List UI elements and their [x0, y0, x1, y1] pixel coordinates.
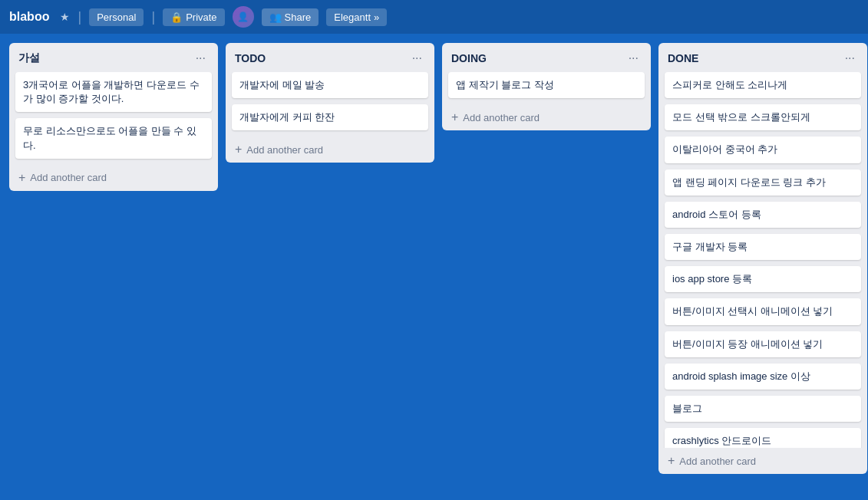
- column-header-gaseol: 가설···: [9, 43, 218, 72]
- card[interactable]: 이탈리아어 중국어 추가: [665, 137, 861, 163]
- personal-button[interactable]: Personal: [89, 8, 144, 26]
- column-title-doing: DOING: [451, 52, 487, 64]
- column-title-gaseol: 가설: [18, 51, 40, 65]
- card[interactable]: 모드 선택 밖으로 스크롤안되게: [665, 104, 861, 130]
- share-button[interactable]: 👥 Share: [262, 8, 319, 26]
- avatar-icon: 👤: [237, 12, 249, 22]
- add-card-button-doing[interactable]: +Add another card: [442, 104, 651, 130]
- avatar[interactable]: 👤: [233, 6, 254, 28]
- add-card-label: Add another card: [30, 172, 107, 183]
- divider-1: |: [78, 9, 81, 25]
- plus-icon: +: [18, 171, 25, 185]
- card[interactable]: 무로 리소스만으로도 어플을 만들 수 있다.: [15, 118, 212, 158]
- plus-icon: +: [668, 454, 675, 468]
- card[interactable]: 버튼/이미지 등장 애니메이션 넣기: [665, 331, 861, 357]
- card[interactable]: 버튼/이미지 선택시 애니메이션 넣기: [665, 298, 861, 324]
- cards-container-doing: 앱 제작기 블로그 작성: [442, 72, 651, 104]
- private-label: Private: [186, 12, 216, 23]
- column-menu-button-todo[interactable]: ···: [409, 51, 425, 66]
- card[interactable]: crashlytics 안드로이드: [665, 428, 861, 448]
- star-icon[interactable]: ★: [60, 11, 70, 23]
- cards-container-gaseol: 3개국어로 어플을 개발하면 다운로드 수가 많이 증가할 것이다.무로 리소스…: [9, 72, 218, 165]
- add-card-label: Add another card: [463, 112, 540, 123]
- app-logo: blaboo: [9, 10, 49, 24]
- column-header-done: DONE···: [658, 43, 867, 72]
- column-menu-button-done[interactable]: ···: [842, 51, 858, 66]
- plus-icon: +: [451, 110, 458, 124]
- card[interactable]: 앱 랜딩 페이지 다운로드 링크 추가: [665, 169, 861, 196]
- share-icon: 👥: [269, 12, 282, 23]
- card[interactable]: android 스토어 등록: [665, 202, 861, 228]
- card[interactable]: 개발자에 메일 발송: [232, 72, 428, 98]
- column-header-todo: TODO···: [226, 43, 434, 72]
- card[interactable]: 구글 개발자 등록: [665, 234, 861, 260]
- column-header-doing: DOING···: [442, 43, 651, 72]
- card[interactable]: 3개국어로 어플을 개발하면 다운로드 수가 많이 증가할 것이다.: [15, 72, 212, 112]
- add-card-button-gaseol[interactable]: +Add another card: [9, 165, 218, 191]
- column-title-todo: TODO: [235, 52, 266, 64]
- column-done: DONE···스피커로 안해도 소리나게모드 선택 밖으로 스크롤안되게이탈리아…: [658, 43, 867, 474]
- card[interactable]: 개발자에게 커피 한잔: [232, 104, 428, 130]
- column-title-done: DONE: [668, 52, 698, 64]
- board-name: Elegantt: [334, 12, 371, 23]
- card[interactable]: 블로그: [665, 396, 861, 422]
- private-button[interactable]: 🔒 Private: [163, 8, 224, 26]
- board: 가설···3개국어로 어플을 개발하면 다운로드 수가 많이 증가할 것이다.무…: [0, 34, 868, 500]
- app-header: blaboo ★ | Personal | 🔒 Private 👤 👥 Shar…: [0, 0, 868, 34]
- cards-container-done: 스피커로 안해도 소리나게모드 선택 밖으로 스크롤안되게이탈리아어 중국어 추…: [658, 72, 867, 448]
- divider-2: |: [151, 9, 155, 25]
- card[interactable]: 스피커로 안해도 소리나게: [665, 72, 861, 98]
- column-doing: DOING···앱 제작기 블로그 작성+Add another card: [442, 43, 651, 130]
- board-name-button[interactable]: Elegantt »: [326, 8, 387, 26]
- card[interactable]: ios app store 등록: [665, 266, 861, 292]
- card[interactable]: android splash image size 이상: [665, 363, 861, 390]
- lock-icon: 🔒: [170, 12, 183, 23]
- share-label: Share: [285, 12, 312, 23]
- add-card-button-todo[interactable]: +Add another card: [226, 137, 434, 163]
- add-card-label: Add another card: [679, 456, 756, 467]
- column-gaseol: 가설···3개국어로 어플을 개발하면 다운로드 수가 많이 증가할 것이다.무…: [9, 43, 218, 191]
- card[interactable]: 앱 제작기 블로그 작성: [448, 72, 645, 98]
- column-todo: TODO···개발자에 메일 발송개발자에게 커피 한잔+Add another…: [226, 43, 434, 163]
- column-menu-button-doing[interactable]: ···: [625, 51, 642, 66]
- add-card-label: Add another card: [246, 144, 323, 156]
- column-menu-button-gaseol[interactable]: ···: [193, 51, 209, 66]
- cards-container-todo: 개발자에 메일 발송개발자에게 커피 한잔: [226, 72, 434, 137]
- add-card-button-done[interactable]: +Add another card: [658, 448, 867, 474]
- plus-icon: +: [235, 143, 242, 156]
- forward-icon: »: [374, 12, 379, 23]
